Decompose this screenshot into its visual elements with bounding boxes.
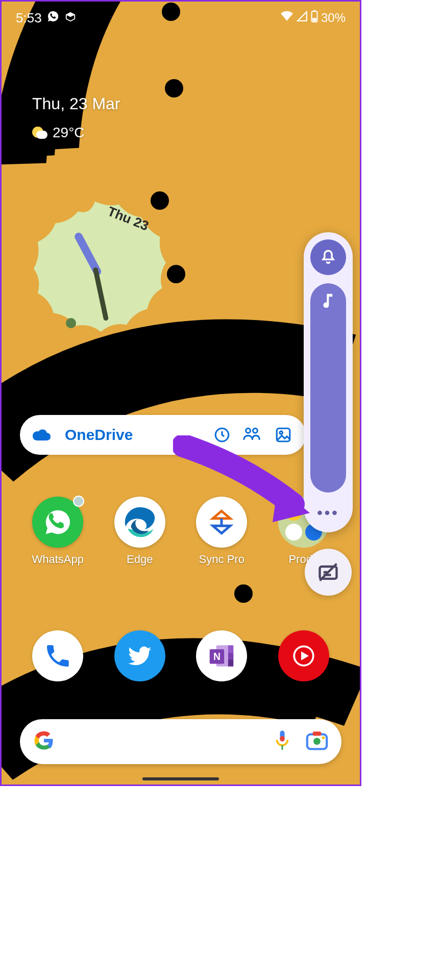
app-label: Sync Pro — [199, 553, 244, 566]
shared-icon[interactable] — [241, 426, 262, 444]
svg-point-12 — [246, 428, 251, 433]
svg-rect-8 — [312, 18, 316, 21]
svg-rect-25 — [282, 745, 283, 750]
app-onenote[interactable]: N — [183, 630, 260, 681]
app-syncpro[interactable]: Sync Pro — [183, 497, 260, 566]
app-edge[interactable]: Edge — [102, 497, 178, 566]
svg-point-13 — [253, 428, 257, 433]
battery-icon — [311, 10, 318, 26]
volume-slider[interactable] — [310, 283, 346, 493]
weather-icon — [32, 126, 46, 140]
app-ytmusic[interactable] — [265, 630, 342, 681]
app-row-2: N — [2, 630, 360, 681]
app-label: Edge — [127, 553, 153, 566]
onedrive-widget[interactable]: OneDrive — [20, 415, 306, 455]
whatsapp-notif-icon — [47, 10, 59, 26]
nav-handle[interactable] — [142, 777, 219, 780]
svg-point-1 — [165, 79, 183, 97]
status-time: 5:53 — [16, 10, 42, 26]
app-label: WhatsApp — [32, 553, 84, 566]
app-twitter[interactable] — [102, 630, 178, 681]
ring-mode-button[interactable] — [310, 239, 346, 275]
app-whatsapp[interactable]: WhatsApp — [19, 497, 96, 566]
svg-point-3 — [167, 265, 185, 283]
clock-widget[interactable]: Thu 23 — [21, 198, 169, 346]
svg-rect-7 — [313, 10, 315, 12]
svg-rect-17 — [228, 645, 233, 652]
volume-more-button[interactable]: ••• — [310, 501, 346, 525]
wifi-icon — [280, 11, 293, 25]
svg-point-28 — [313, 738, 321, 745]
google-search-bar[interactable] — [20, 719, 341, 764]
volume-panel[interactable]: ••• — [304, 232, 353, 532]
notif-badge-icon — [73, 496, 84, 507]
status-bar: 5:53 30% — [2, 2, 360, 34]
music-note-icon — [322, 292, 335, 310]
svg-point-5 — [234, 584, 253, 603]
voice-search-icon[interactable] — [273, 729, 291, 754]
svg-text:N: N — [213, 651, 220, 662]
recent-icon[interactable] — [212, 426, 232, 444]
google-g-icon — [33, 730, 55, 753]
live-caption-toggle[interactable] — [305, 549, 352, 596]
temperature: 29°C — [53, 125, 85, 141]
signal-icon — [297, 11, 308, 25]
battery-percent: 30% — [321, 11, 346, 25]
onedrive-title: OneDrive — [65, 426, 203, 444]
onedrive-cloud-icon — [32, 428, 53, 442]
package-notif-icon — [64, 10, 77, 26]
date-weather-widget[interactable]: Thu, 23 Mar 29°C — [32, 94, 120, 141]
svg-rect-19 — [228, 659, 233, 666]
svg-point-4 — [202, 350, 220, 368]
svg-point-29 — [322, 737, 325, 740]
photos-icon[interactable] — [273, 426, 293, 444]
app-phone[interactable] — [19, 630, 96, 681]
clock-seconds-dot — [66, 318, 76, 328]
svg-rect-18 — [228, 653, 233, 659]
svg-rect-27 — [313, 731, 322, 736]
lens-icon[interactable] — [306, 730, 328, 753]
date-label: Thu, 23 Mar — [32, 94, 120, 113]
svg-rect-24 — [280, 736, 285, 742]
svg-point-15 — [280, 431, 283, 434]
